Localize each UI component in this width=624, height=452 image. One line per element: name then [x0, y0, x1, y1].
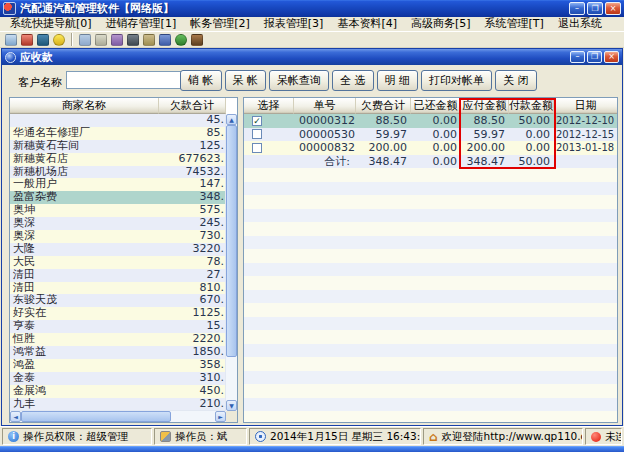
- date-cell: 2012-12-15 00:00:0: [554, 128, 617, 142]
- edit-icon[interactable]: [95, 34, 107, 46]
- phone-icon[interactable]: [127, 34, 139, 46]
- vertical-scroll-thumb[interactable]: [226, 125, 237, 357]
- row-checkbox[interactable]: ✓: [252, 116, 262, 126]
- merchant-row[interactable]: 大民78.: [10, 256, 226, 269]
- column-header-repaid[interactable]: 已还金额: [411, 98, 461, 114]
- close-dialog-button[interactable]: 关 闭: [495, 70, 537, 91]
- status-datetime: 2014年1月15日 星期三 16:43:14: [249, 428, 421, 445]
- merchant-row[interactable]: 大隆3220.: [10, 243, 226, 256]
- bad-debt-button[interactable]: 呆 帐: [225, 70, 267, 91]
- empty-rows-area: [244, 168, 617, 423]
- column-header-date[interactable]: 日期: [554, 98, 617, 114]
- vertical-scrollbar[interactable]: ▲ ▼: [225, 114, 237, 411]
- scroll-right-icon[interactable]: ►: [215, 411, 226, 422]
- empty-stripe: [244, 182, 617, 196]
- receivable-row[interactable]: 0000053059.970.0059.970.002012-12-15 00:…: [244, 128, 617, 142]
- fax-icon[interactable]: [143, 34, 155, 46]
- horizontal-scrollbar[interactable]: ◄ ►: [10, 410, 226, 422]
- smiley-icon[interactable]: [53, 34, 65, 46]
- receivable-row[interactable]: ✓0000031288.500.0088.5050.002012-12-10 1…: [244, 114, 617, 128]
- merchant-row[interactable]: 新穗机场店74532.: [10, 166, 226, 179]
- merchant-name-cell: 亨泰: [10, 320, 159, 333]
- total-repaid: 0.00: [411, 155, 461, 169]
- merchant-row[interactable]: 清田27.: [10, 269, 226, 282]
- globe-green-icon[interactable]: [175, 34, 187, 46]
- menu-item-3[interactable]: 报表管理[3]: [257, 17, 331, 31]
- print-statement-button[interactable]: 打印对帐单: [421, 70, 492, 91]
- column-header-payable[interactable]: 应付金额: [461, 98, 509, 114]
- order-no-cell: 00000832: [294, 141, 356, 155]
- menu-item-4[interactable]: 基本资料[4]: [330, 17, 404, 31]
- merchant-row[interactable]: 华通名车修理厂85.: [10, 127, 226, 140]
- merchant-row[interactable]: 鸿常益1850.: [10, 346, 226, 359]
- horizontal-scroll-thumb[interactable]: [21, 411, 171, 422]
- connection-status-icon: [591, 432, 601, 442]
- scroll-down-icon[interactable]: ▼: [226, 400, 237, 411]
- application-window: 汽配通汽配管理软件【网络版】 – ❐ × 系统快捷导航[0]进销存管理[1]帐务…: [0, 0, 624, 452]
- column-header-debt-total[interactable]: 欠费合计: [356, 98, 411, 114]
- select-all-button[interactable]: 全 选: [332, 70, 374, 91]
- merchant-row[interactable]: 清田810.: [10, 282, 226, 295]
- column-header-payment[interactable]: 付款金额: [509, 98, 554, 114]
- column-header-merchant-name[interactable]: 商家名称: [10, 98, 159, 114]
- debt-total-cell: 59.97: [356, 128, 411, 142]
- receivable-row[interactable]: 00000832200.000.00200.000.002013-01-18 0…: [244, 141, 617, 155]
- menu-item-2[interactable]: 帐务管理[2]: [183, 17, 257, 31]
- column-header-order-no[interactable]: 单号: [294, 98, 356, 114]
- merchant-row[interactable]: 好实在1125.: [10, 307, 226, 320]
- maximize-button[interactable]: ❐: [587, 2, 603, 15]
- merchant-row[interactable]: 鸿盈358.: [10, 359, 226, 372]
- debt-total-cell: 85.: [159, 127, 226, 140]
- merchant-row[interactable]: 奥坤575.: [10, 204, 226, 217]
- merchant-row[interactable]: 金泰310.: [10, 372, 226, 385]
- bank-icon[interactable]: [37, 34, 49, 46]
- menu-item-7[interactable]: 退出系统: [551, 17, 609, 31]
- merchant-row[interactable]: 奥深245.: [10, 217, 226, 230]
- connection-text: 未连接: [605, 430, 622, 444]
- mail-red-icon[interactable]: [21, 34, 33, 46]
- empty-stripe: [244, 168, 617, 182]
- merchant-row[interactable]: 金展鸿450.: [10, 385, 226, 398]
- empty-stripe: [244, 384, 617, 398]
- debt-total-cell: 450.: [159, 385, 226, 398]
- scroll-left-icon[interactable]: ◄: [10, 411, 21, 422]
- dialog-title: 应收款: [20, 50, 570, 65]
- merchant-row[interactable]: 一般用户147.: [10, 178, 226, 191]
- merchant-row[interactable]: 九丰210.: [10, 398, 226, 411]
- write-off-button[interactable]: 销 帐: [180, 70, 222, 91]
- merchant-row[interactable]: 奥深730.: [10, 230, 226, 243]
- menu-item-5[interactable]: 高级商务[5]: [404, 17, 478, 31]
- minimize-button[interactable]: –: [569, 2, 585, 15]
- column-header-select[interactable]: 选择: [244, 98, 294, 114]
- notebook-icon[interactable]: [79, 34, 91, 46]
- menu-item-0[interactable]: 系统快捷导航[0]: [3, 17, 99, 31]
- date-cell: 2012-12-10 12:17:2: [554, 114, 617, 128]
- exit-icon[interactable]: [191, 34, 203, 46]
- windows-taskbar[interactable]: [0, 446, 624, 452]
- column-header-debt-total[interactable]: 欠款合计: [159, 98, 226, 114]
- row-checkbox[interactable]: [252, 143, 262, 153]
- grid-icon[interactable]: [159, 34, 171, 46]
- total-debt: 348.47: [356, 155, 411, 169]
- merchant-row[interactable]: 新穗黄石店677623.: [10, 153, 226, 166]
- dialog-minimize-button[interactable]: –: [570, 51, 585, 63]
- dialog-maximize-button[interactable]: ❐: [587, 51, 602, 63]
- merchant-row[interactable]: 新穗黄石车间125.: [10, 140, 226, 153]
- merchant-row[interactable]: 45.: [10, 114, 226, 127]
- datetime-text: 2014年1月15日 星期三 16:43:14: [270, 430, 421, 444]
- dialog-close-button[interactable]: ×: [604, 51, 619, 63]
- dialog-titlebar: 应收款 – ❐ ×: [2, 49, 622, 65]
- tools-icon[interactable]: [111, 34, 123, 46]
- scroll-up-icon[interactable]: ▲: [226, 114, 237, 125]
- total-payable: 348.47: [461, 155, 509, 169]
- scrollbar-corner: [226, 411, 237, 422]
- bad-debt-query-button[interactable]: 呆帐查询: [269, 70, 329, 91]
- menu-item-6[interactable]: 系统管理[T]: [478, 17, 551, 31]
- print-icon[interactable]: [5, 34, 17, 46]
- close-button[interactable]: ×: [605, 2, 621, 15]
- detail-button[interactable]: 明 细: [377, 70, 419, 91]
- row-checkbox[interactable]: [252, 129, 262, 139]
- merchant-row[interactable]: 盈富杂费348.: [10, 191, 226, 204]
- merchant-name-cell: 新穗黄石店: [10, 153, 159, 166]
- menu-item-1[interactable]: 进销存管理[1]: [99, 17, 184, 31]
